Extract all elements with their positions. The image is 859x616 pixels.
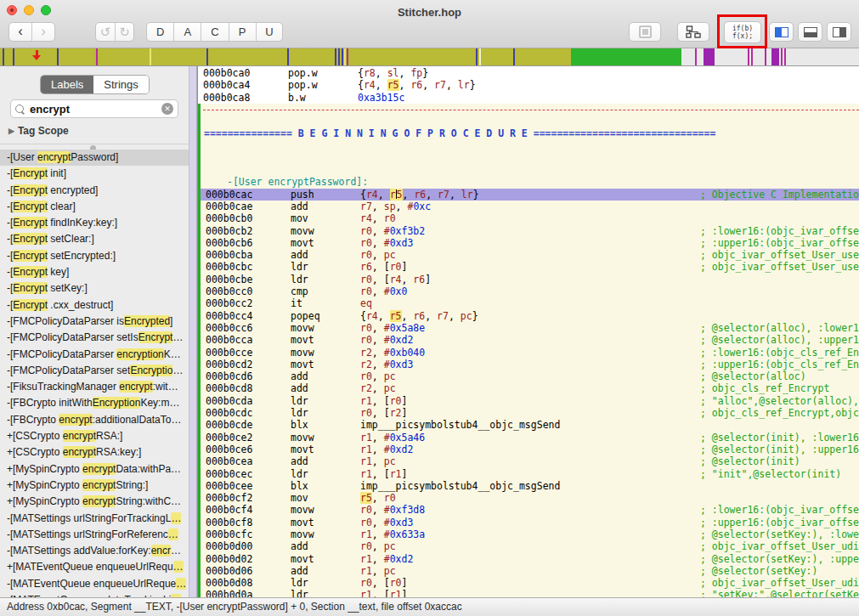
sidebar-item[interactable]: -[FMCPolicyDataParser encryptionK… [0, 347, 189, 363]
asm-row[interactable]: 000b0cd6addr0, pc; @selector(alloc) [201, 370, 859, 382]
sidebar-item[interactable]: +[MATEventQueue enqueueUrlRequ… [0, 559, 189, 575]
asm-row[interactable]: 000b0cb6movtr0, #0xd3; :upper16:(objc_iv… [201, 237, 859, 249]
asm-row[interactable]: 000b0cfcmovwr1, #0x633a; @selector(setKe… [201, 528, 859, 540]
clear-search-icon[interactable]: ✕ [161, 103, 173, 115]
sidebar-item[interactable]: -[FMCPolicyDataParser isEncrypted] [0, 314, 189, 330]
asm-row[interactable]: 000b0ce2movwr1, #0x5a46; @selector(init)… [201, 432, 859, 444]
asm-row[interactable]: 000b0d02movtr1, #0xd2; @selector(setKey:… [201, 553, 859, 565]
asm-row[interactable]: 000b0cacpush{r4, r5, r6, r7, lr}; Object… [201, 189, 859, 201]
type-undefined-button[interactable]: U [257, 23, 282, 41]
asm-row[interactable]: 000b0cc2iteq [201, 297, 859, 309]
asm-row[interactable]: 000b0ca8b.w0xa3b15c [198, 92, 859, 104]
asm-row[interactable]: 000b0caeaddr7, sp, #0xc [201, 201, 859, 212]
sidebar-item[interactable]: -[FBCrypto initWithEncryptionKey:m… [0, 395, 189, 411]
control-flow-graph-button[interactable] [677, 22, 709, 42]
nav-mark [342, 48, 343, 65]
sidebar-item[interactable]: -[MATEventQueue enqueueUrlReque… [0, 576, 189, 592]
asm-row[interactable]: 000b0cdeblximp___picsymbolstub4__objc_ms… [201, 419, 859, 431]
toggle-bottom-pane-button[interactable] [798, 22, 822, 42]
tag-scope-disclosure[interactable]: ▶Tag Scope [8, 125, 69, 137]
asm-row[interactable]: 000b0cc6movwr0, #0x5a8e; @selector(alloc… [201, 322, 859, 334]
type-procedure-button[interactable]: P [229, 23, 257, 41]
toggle-left-pane-button[interactable] [769, 22, 794, 42]
asm-row[interactable]: 000b0cdcldrr0, [r2]; objc_cls_ref_Encryp… [201, 407, 859, 419]
sidebar-item[interactable]: -[FBCrypto encrypt:additionalDataTo… [0, 412, 189, 428]
sidebar-item[interactable]: -[Encrypt findInKey:key:] [0, 215, 189, 231]
asm-row[interactable]: 000b0cd8addr2, pc; objc_cls_ref_Encrypt [201, 382, 859, 394]
type-code-button[interactable]: C [201, 23, 229, 41]
sidebar-item[interactable]: -[Encrypt init] [0, 166, 189, 182]
sidebar-item[interactable]: -[MATSettings urlStringForTrackingL… [0, 511, 189, 527]
sidebar-item[interactable]: +[MySpinCrypto encryptData:withPa… [0, 461, 189, 478]
asm-row[interactable]: 000b0ccamovtr0, #0xd2; @selector(alloc),… [201, 334, 859, 346]
assembly-view[interactable]: 000b0ca0pop.w{r8, sl, fp}000b0ca4pop.w{r… [197, 66, 859, 597]
asm-row[interactable]: 000b0cecldrr1, [r1]; "init",@selector(in… [201, 468, 859, 480]
asm-row[interactable]: 000b0ceeblximp___picsymbolstub4__objc_ms… [201, 480, 859, 492]
nav-mark [748, 48, 749, 65]
assembly-procedure-block: =============== B E G I N N I N G O F P … [198, 104, 859, 597]
sidebar-item[interactable]: +[MySpinCrypto encryptString:] [0, 478, 189, 494]
asm-row[interactable]: 000b0d08ldrr0, [r0]; objc_ivar_offset_Us… [201, 577, 859, 589]
sidebar-item[interactable]: +[CSCrypto encryptRSA:] [0, 428, 189, 444]
asm-row[interactable]: 000b0cc0cmpr0, #0x0 [201, 285, 859, 297]
asm-row[interactable]: 000b0ceaaddr1, pc; @selector(init) [201, 455, 859, 467]
sidebar-item[interactable]: -[Encrypt key] [0, 264, 189, 280]
sidebar-splitter[interactable] [0, 144, 189, 149]
pseudocode-button[interactable]: if(b) f(x); [724, 21, 761, 43]
forward-button[interactable]: › [32, 23, 54, 41]
sidebar-item[interactable]: -[User encryptPassword] [0, 150, 189, 166]
sidebar-item[interactable]: +[CSCrypto encryptRSA:key:] [0, 444, 189, 461]
search-field[interactable]: ✕ [10, 99, 178, 118]
back-icon: ‹ [18, 24, 23, 38]
asm-row[interactable]: 000b0d00addr0, pc; objc_ivar_offset_User… [201, 540, 859, 552]
asm-row[interactable]: 000b0cc4popeq{r4, r5, r6, r7, pc} [201, 310, 859, 322]
asm-row[interactable]: 000b0d0aldrr1, [r1]; "setKey:",@selector… [201, 589, 859, 597]
asm-row[interactable]: 000b0cbeldrr0, [r4, r6] [201, 274, 859, 285]
sidebar-tabs: Labels Strings [40, 75, 150, 94]
address-space-navigator[interactable] [0, 48, 859, 66]
current-position-arrow-icon [32, 48, 41, 60]
asm-row[interactable]: 000b0cb0movr4, r0 [201, 212, 859, 224]
asm-row[interactable]: 000b0ce6movtr1, #0xd2; @selector(init), … [201, 444, 859, 455]
sidebar-item[interactable]: -[Encrypt clear] [0, 199, 189, 215]
undo-icon: ↺ [100, 25, 111, 38]
sidebar-item[interactable]: -[FiksuTrackingManager encrypt:wit… [0, 379, 189, 395]
sidebar-item[interactable]: -[Encrypt .cxx_destruct] [0, 297, 189, 314]
sidebar-item[interactable]: -[MATSettings urlStringForReferenc… [0, 527, 189, 543]
sidebar-item[interactable]: -[Encrypt setClear:] [0, 231, 189, 247]
sidebar-item[interactable]: -[Encrypt setEncrypted:] [0, 248, 189, 264]
asm-row[interactable]: 000b0cf4movwr0, #0xf3d8; :lower16:(objc_… [201, 504, 859, 516]
asm-row[interactable]: 000b0cb2movwr0, #0xf3b2; :lower16:(objc_… [201, 225, 859, 237]
tab-labels[interactable]: Labels [41, 76, 93, 93]
type-ascii-button[interactable]: A [174, 23, 201, 41]
asm-row[interactable]: 000b0cdaldrr1, [r0]; "alloc",@selector(a… [201, 395, 859, 407]
redo-button[interactable]: ↻ [116, 23, 133, 41]
type-data-button[interactable]: D [147, 23, 174, 41]
cpu-mode-button[interactable] [629, 22, 661, 42]
right-pane-icon [833, 27, 846, 37]
sidebar-item[interactable]: +[MySpinCrypto encryptString:withC… [0, 494, 189, 510]
search-input[interactable] [28, 102, 161, 116]
asm-row[interactable]: 000b0ccemovwr2, #0xb040; :lower16:(objc_… [201, 347, 859, 359]
sidebar-item[interactable]: -[Encrypt setKey:] [0, 280, 189, 297]
back-button[interactable]: ‹ [9, 23, 32, 41]
asm-row[interactable]: 000b0ca0pop.w{r8, sl, fp} [198, 67, 859, 79]
tab-strings[interactable]: Strings [93, 76, 148, 93]
asm-row[interactable]: 000b0cf8movtr0, #0xd3; :upper16:(objc_iv… [201, 517, 859, 528]
asm-row[interactable]: 000b0cbcldrr6, [r0]; objc_ivar_offset_Us… [201, 261, 859, 273]
sidebar-item[interactable]: -[MATSettings addValue:forKey:encr… [0, 543, 189, 559]
undo-redo-group: ↺ ↻ [95, 22, 134, 42]
asm-row[interactable]: 000b0d06addr1, pc; @selector(setKey:) [201, 565, 859, 577]
asm-row[interactable]: 000b0cbaaddr0, pc; objc_ivar_offset_User… [201, 249, 859, 261]
toggle-right-pane-button[interactable] [827, 22, 851, 42]
sidebar-item[interactable]: -[Encrypt encrypted] [0, 183, 189, 199]
nav-mark [784, 48, 786, 65]
asm-row[interactable]: 000b0cd2movtr2, #0xd3; :upper16:(objc_cl… [201, 359, 859, 370]
asm-row[interactable]: 000b0ca4pop.w{r4, r5, r6, r7, lr} [198, 79, 859, 91]
undo-button[interactable]: ↺ [96, 23, 116, 41]
sidebar-list: -[User encryptPassword]-[Encrypt init]-[… [0, 150, 189, 597]
sidebar-item[interactable]: -[FMCPolicyDataParser setIsEncrypt… [0, 330, 189, 346]
procedure-separator [203, 104, 859, 110]
sidebar-item[interactable]: -[FMCPolicyDataParser setEncryptio… [0, 363, 189, 379]
asm-row[interactable]: 000b0cf2movr5, r0 [201, 492, 859, 504]
